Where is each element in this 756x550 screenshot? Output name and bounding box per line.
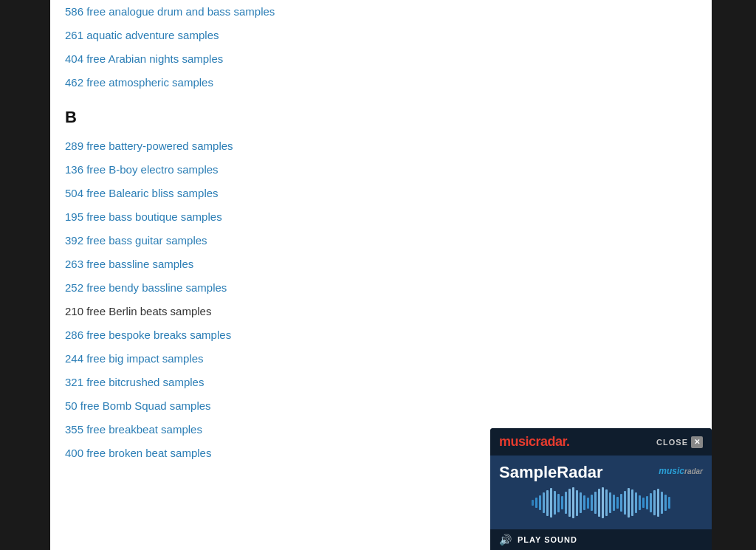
close-x-icon: ✕ <box>691 436 703 448</box>
waveform-bar <box>639 495 641 510</box>
waveform-bar <box>650 493 652 512</box>
waveform-bar <box>580 492 582 513</box>
popup-subtitle: musicradar <box>659 463 703 476</box>
list-item-bomb-squad[interactable]: 50 free Bomb Squad samples <box>65 394 697 418</box>
list-item-bass-guitar[interactable]: 392 free bass guitar samples <box>65 229 697 252</box>
waveform-bar <box>613 495 615 511</box>
list-item-bespoke-breaks[interactable]: 286 free bespoke breaks samples <box>65 323 697 347</box>
close-label: CLOSE <box>656 438 688 447</box>
volume-icon: 🔊 <box>499 534 512 546</box>
waveform-bar <box>568 489 571 517</box>
waveform-bar <box>587 498 589 509</box>
popup-logo: musicradar. <box>499 434 570 450</box>
waveform <box>499 488 703 518</box>
waveform-bar <box>661 492 663 514</box>
popup-close-button[interactable]: CLOSE ✕ <box>656 436 703 448</box>
left-bar <box>0 0 50 550</box>
popup-body: SampleRadar musicradar <box>490 456 712 529</box>
waveform-bar <box>624 491 626 515</box>
waveform-bar <box>605 489 608 516</box>
list-item-bass-boutique[interactable]: 195 free bass boutique samples <box>65 205 697 229</box>
waveform-bar <box>572 487 574 518</box>
waveform-bar <box>631 489 633 516</box>
popup-header: musicradar. CLOSE ✕ <box>490 428 712 456</box>
waveform-bar <box>583 495 585 510</box>
waveform-bar <box>668 497 670 509</box>
list-item-balearic-bliss[interactable]: 504 free Balearic bliss samples <box>65 182 697 205</box>
popup-logo-dot: . <box>566 434 570 449</box>
waveform-bar <box>657 489 659 517</box>
waveform-bar <box>554 491 556 515</box>
waveform-bar <box>598 489 600 517</box>
waveform-bar <box>653 490 656 515</box>
section-a-list: 586 free analogue drum and bass samples2… <box>65 0 697 94</box>
waveform-bar <box>591 495 593 511</box>
popup-footer: 🔊 PLAY SOUND <box>490 529 712 550</box>
waveform-bar <box>609 492 611 513</box>
list-item-analogue-drum-bass[interactable]: 586 free analogue drum and bass samples <box>65 0 697 24</box>
waveform-bar <box>628 488 630 518</box>
waveform-bar <box>539 495 541 510</box>
waveform-bar <box>543 492 545 513</box>
waveform-bar <box>616 497 619 509</box>
list-item-battery-powered[interactable]: 289 free battery-powered samples <box>65 134 697 158</box>
section-b-list: 289 free battery-powered samples136 free… <box>65 134 697 465</box>
waveform-bar <box>535 498 537 508</box>
list-item-aquatic-adventure[interactable]: 261 aquatic adventure samples <box>65 24 697 47</box>
waveform-bar <box>576 490 578 516</box>
popup-widget: musicradar. CLOSE ✕ SampleRadar musicrad… <box>490 428 712 550</box>
waveform-bar <box>642 498 645 508</box>
waveform-bar <box>546 490 549 516</box>
right-bar <box>712 0 756 550</box>
waveform-bar <box>532 500 534 506</box>
list-item-berlin-beats: 210 free Berlin beats samples <box>65 300 697 323</box>
waveform-bar <box>620 494 622 512</box>
waveform-bar <box>646 496 648 509</box>
play-sound-button[interactable]: PLAY SOUND <box>518 535 577 544</box>
list-item-b-boy-electro[interactable]: 136 free B-boy electro samples <box>65 158 697 182</box>
list-item-bendy-bassline[interactable]: 252 free bendy bassline samples <box>65 276 697 300</box>
waveform-bar <box>594 492 597 514</box>
section-b-header: B <box>65 108 697 127</box>
popup-title: SampleRadar <box>499 463 603 482</box>
waveform-bar <box>557 494 560 512</box>
waveform-bar <box>602 487 604 518</box>
waveform-bar <box>664 495 667 511</box>
page-wrapper: 586 free analogue drum and bass samples2… <box>0 0 756 550</box>
list-item-bitcrushed[interactable]: 321 free bitcrushed samples <box>65 371 697 394</box>
waveform-bar <box>550 488 552 518</box>
list-item-bassline[interactable]: 263 free bassline samples <box>65 252 697 276</box>
popup-logo-text: musicradar <box>499 434 566 449</box>
list-item-atmospheric[interactable]: 462 free atmospheric samples <box>65 71 697 94</box>
waveform-bar <box>565 492 567 514</box>
list-item-arabian-nights[interactable]: 404 free Arabian nights samples <box>65 47 697 71</box>
waveform-bar <box>635 492 637 513</box>
list-item-big-impact[interactable]: 244 free big impact samples <box>65 347 697 371</box>
waveform-bar <box>561 496 563 509</box>
